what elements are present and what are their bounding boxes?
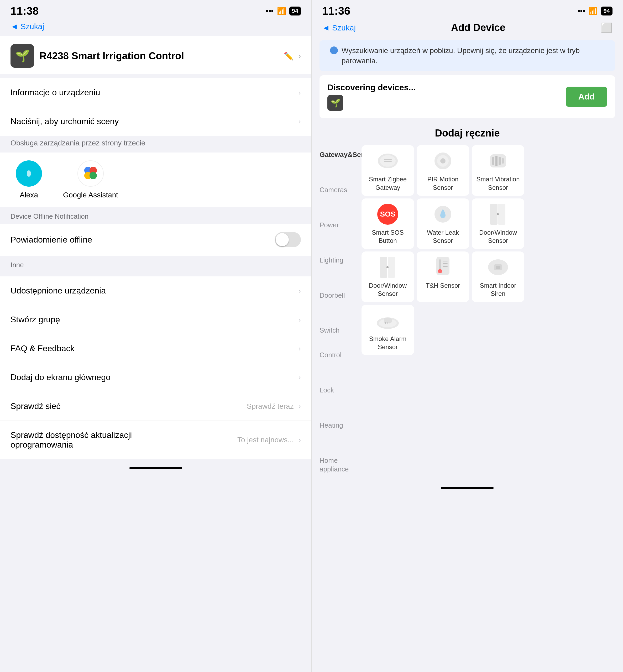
info-dot xyxy=(330,47,338,54)
firmware-label: Sprawdź dostępność aktualizacji oprogram… xyxy=(10,430,185,450)
svg-rect-23 xyxy=(388,257,395,278)
device-card-sos[interactable]: SOS Smart SOS Button xyxy=(361,198,414,249)
faq-chevron: › xyxy=(298,344,301,353)
discovering-device-thumb: 🌱 xyxy=(327,95,343,111)
info-text: Wyszukiwanie urządzeń w pobliżu. Upewnij… xyxy=(342,45,604,66)
svg-point-21 xyxy=(497,213,499,215)
left-time: 11:38 xyxy=(10,5,38,17)
wifi-icon: 📶 xyxy=(277,7,286,16)
firmware-value: To jest najnows... xyxy=(237,436,294,444)
door1-name: Door/Window Sensor xyxy=(474,228,522,245)
homescreen-chevron: › xyxy=(298,373,301,382)
svg-rect-28 xyxy=(443,261,448,262)
device-card-door2[interactable]: Door/Window Sensor xyxy=(361,251,414,302)
zigbee-icon xyxy=(375,150,401,172)
list-item-network[interactable]: Sprawdź sieć Sprawdź teraz › xyxy=(0,392,312,421)
scenes-chevron: › xyxy=(298,117,301,126)
right-status-icons: ▪▪▪ 📶 94 xyxy=(577,6,613,16)
category-lock[interactable]: Lock xyxy=(320,365,359,400)
alexa-item[interactable]: Alexa xyxy=(16,160,42,199)
category-switch[interactable]: Switch xyxy=(320,305,359,340)
svg-rect-33 xyxy=(496,266,500,269)
third-party-header: Obsługa zarządzania przez strony trzecie xyxy=(0,136,312,153)
pir-name: PIR Motion Sensor xyxy=(419,175,467,191)
sos-name: Smart SOS Button xyxy=(364,228,411,245)
right-signal-icon: ▪▪▪ xyxy=(577,7,586,15)
edit-icon[interactable]: ✏️ xyxy=(284,52,294,61)
scan-icon[interactable]: ⬜ xyxy=(601,22,613,33)
network-chevron: › xyxy=(298,402,301,410)
right-back-link[interactable]: ◄ Szukaj xyxy=(322,23,356,32)
alexa-label: Alexa xyxy=(20,191,38,199)
homescreen-label: Dodaj do ekranu głównego xyxy=(10,372,111,382)
menu-section: Informacje o urządzeniu › Naciśnij, aby … xyxy=(0,78,312,136)
devices-row-3: Door/Window Sensor T&H Sensor xyxy=(361,251,615,302)
device-header: 🌱 R4238 Smart Irrigation Control ✏️ › xyxy=(0,36,312,74)
devices-layout: Gateway&Sensors Cameras Power Lighting D… xyxy=(312,145,623,479)
devices-row-2: SOS Smart SOS Button Water Leak Sensor xyxy=(361,198,615,249)
list-item-faq[interactable]: FAQ & Feedback › xyxy=(0,334,312,363)
smoke-icon xyxy=(375,310,401,331)
category-power[interactable]: Power xyxy=(320,200,359,235)
device-card-water[interactable]: Water Leak Sensor xyxy=(417,198,469,249)
firmware-chevron: › xyxy=(298,436,301,444)
device-card-th[interactable]: T&H Sensor xyxy=(417,251,469,302)
right-panel: 11:36 ▪▪▪ 📶 94 ◄ Szukaj Add Device ⬜ Wys… xyxy=(312,0,623,672)
right-battery-badge: 94 xyxy=(601,6,613,16)
left-panel: 11:38 ▪▪▪ 📶 94 ◄ Szukaj 🌱 R4238 Smart Ir… xyxy=(0,0,312,672)
device-card-siren[interactable]: Smart Indoor Siren xyxy=(472,251,524,302)
list-item-share[interactable]: Udostępnione urządzenia › xyxy=(0,276,312,305)
offline-toggle[interactable] xyxy=(275,232,301,247)
add-device-button[interactable]: Add xyxy=(566,87,607,107)
svg-point-5 xyxy=(90,172,97,179)
list-item-scenes[interactable]: Naciśnij, aby urchomić sceny › xyxy=(0,107,312,136)
right-status-bar: 11:36 ▪▪▪ 📶 94 xyxy=(312,0,623,20)
device-card-zigbee[interactable]: Smart Zigbee Gateway xyxy=(361,145,414,195)
device-card-smoke[interactable]: Smoke Alarm Sensor xyxy=(361,305,414,355)
door2-name: Door/Window Sensor xyxy=(364,281,411,298)
google-item[interactable]: Google Assistant xyxy=(63,160,118,199)
list-item-homescreen[interactable]: Dodaj do ekranu głównego › xyxy=(0,363,312,392)
device-card-door1[interactable]: Door/Window Sensor xyxy=(472,198,524,249)
left-status-bar: 11:38 ▪▪▪ 📶 94 xyxy=(0,0,312,20)
sos-shape: SOS xyxy=(377,204,398,225)
pir-icon xyxy=(430,150,456,172)
svg-point-7 xyxy=(380,155,396,167)
devices-row-4: Smoke Alarm Sensor xyxy=(361,305,615,355)
scenes-label: Naciśnij, aby urchomić sceny xyxy=(10,117,119,126)
siren-name: Smart Indoor Siren xyxy=(474,281,522,298)
right-home-indicator xyxy=(441,487,494,489)
sos-icon: SOS xyxy=(375,204,401,225)
signal-icon: ▪▪▪ xyxy=(266,7,274,15)
category-gateway[interactable]: Gateway&Sensors xyxy=(320,145,359,164)
device-card-vibration[interactable]: Smart Vibration Sensor xyxy=(472,145,524,195)
list-item-group[interactable]: Stwórz grupę › xyxy=(0,305,312,334)
category-home[interactable]: Home appliance xyxy=(320,435,359,479)
share-chevron: › xyxy=(298,287,301,295)
device-actions: ✏️ › xyxy=(284,52,301,61)
devices-grid: Smart Zigbee Gateway PIR Motion Sensor xyxy=(361,145,615,479)
info-bar: Wyszukiwanie urządzeń w pobliżu. Upewnij… xyxy=(320,40,615,71)
svg-rect-26 xyxy=(439,259,441,270)
alexa-logo xyxy=(16,160,42,187)
svg-point-27 xyxy=(438,269,442,273)
category-control[interactable]: Control xyxy=(320,340,359,365)
svg-rect-15 xyxy=(496,156,498,166)
category-lighting[interactable]: Lighting xyxy=(320,235,359,270)
device-header-chevron[interactable]: › xyxy=(298,52,301,60)
category-doorbell[interactable]: Doorbell xyxy=(320,270,359,305)
offline-label: Powiadomienie offline xyxy=(10,235,92,245)
discovering-title: Discovering devices... xyxy=(327,83,416,92)
left-nav: ◄ Szukaj xyxy=(0,20,312,34)
th-name: T&H Sensor xyxy=(426,281,460,289)
svg-point-12 xyxy=(440,158,446,163)
network-value: Sprawdź teraz xyxy=(247,402,294,410)
inne-section: Udostępnione urządzenia › Stwórz grupę ›… xyxy=(0,276,312,459)
list-item-firmware[interactable]: Sprawdź dostępność aktualizacji oprogram… xyxy=(0,421,312,459)
category-heating[interactable]: Heating xyxy=(320,400,359,435)
list-item-info[interactable]: Informacje o urządzeniu › xyxy=(0,78,312,107)
water-icon xyxy=(430,204,456,225)
left-back-link[interactable]: ◄ Szukaj xyxy=(10,22,44,31)
category-cameras[interactable]: Cameras xyxy=(320,164,359,200)
device-card-pir[interactable]: PIR Motion Sensor xyxy=(417,145,469,195)
